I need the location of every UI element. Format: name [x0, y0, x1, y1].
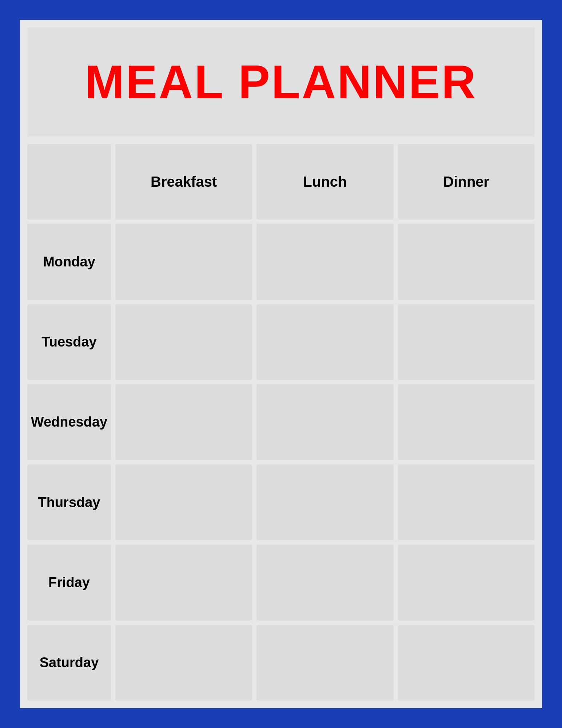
tuesday-lunch-cell[interactable]	[256, 304, 393, 380]
tuesday-row: Tuesday	[27, 304, 535, 380]
grid-container: Breakfast Lunch Dinner Monday Tuesday	[27, 144, 535, 701]
saturday-dinner-cell[interactable]	[398, 625, 535, 701]
wednesday-dinner-cell[interactable]	[398, 384, 535, 460]
monday-label: Monday	[43, 254, 95, 270]
tuesday-label: Tuesday	[41, 334, 96, 350]
friday-row: Friday	[27, 545, 535, 620]
header-row: Breakfast Lunch Dinner	[27, 144, 535, 219]
friday-label: Friday	[48, 575, 90, 590]
lunch-header-cell: Lunch	[256, 144, 393, 219]
wednesday-row: Wednesday	[27, 384, 535, 460]
saturday-lunch-cell[interactable]	[256, 625, 393, 701]
wednesday-day-cell: Wednesday	[27, 384, 111, 460]
friday-breakfast-cell[interactable]	[115, 545, 252, 620]
breakfast-header-label: Breakfast	[151, 174, 217, 190]
friday-dinner-cell[interactable]	[398, 545, 535, 620]
monday-dinner-cell[interactable]	[398, 224, 535, 300]
wednesday-breakfast-cell[interactable]	[115, 384, 252, 460]
lunch-header-label: Lunch	[303, 174, 347, 190]
thursday-breakfast-cell[interactable]	[115, 464, 252, 540]
tuesday-breakfast-cell[interactable]	[115, 304, 252, 380]
saturday-row: Saturday	[27, 625, 535, 701]
thursday-label: Thursday	[38, 495, 100, 510]
corner-cell	[27, 144, 111, 219]
monday-breakfast-cell[interactable]	[115, 224, 252, 300]
page-container: MEAL PLANNER Breakfast Lunch Dinner Mond…	[16, 16, 546, 712]
saturday-label: Saturday	[40, 655, 99, 670]
monday-lunch-cell[interactable]	[256, 224, 393, 300]
dinner-header-cell: Dinner	[398, 144, 535, 219]
wednesday-label: Wednesday	[31, 414, 107, 430]
friday-day-cell: Friday	[27, 545, 111, 620]
tuesday-day-cell: Tuesday	[27, 304, 111, 380]
dinner-header-label: Dinner	[443, 174, 489, 190]
friday-lunch-cell[interactable]	[256, 545, 393, 620]
monday-row: Monday	[27, 224, 535, 300]
thursday-row: Thursday	[27, 464, 535, 540]
tuesday-dinner-cell[interactable]	[398, 304, 535, 380]
saturday-day-cell: Saturday	[27, 625, 111, 701]
thursday-lunch-cell[interactable]	[256, 464, 393, 540]
thursday-dinner-cell[interactable]	[398, 464, 535, 540]
wednesday-lunch-cell[interactable]	[256, 384, 393, 460]
thursday-day-cell: Thursday	[27, 464, 111, 540]
saturday-breakfast-cell[interactable]	[115, 625, 252, 701]
page-title: MEAL PLANNER	[85, 55, 477, 109]
header-section: MEAL PLANNER	[27, 27, 535, 136]
breakfast-header-cell: Breakfast	[115, 144, 252, 219]
monday-day-cell: Monday	[27, 224, 111, 300]
